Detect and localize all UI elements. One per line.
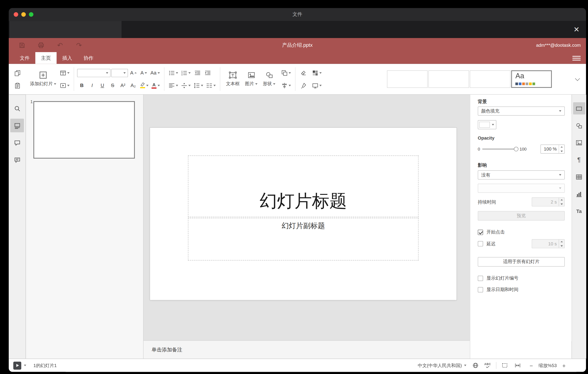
- zoom-traffic-button[interactable]: [29, 12, 33, 17]
- slide-layout-button[interactable]: [59, 68, 71, 78]
- font-color-button[interactable]: A: [150, 80, 161, 90]
- background-fill-select[interactable]: 颜色填充: [478, 107, 565, 116]
- slide-settings-button[interactable]: [573, 102, 585, 114]
- strikethrough-button[interactable]: S: [108, 80, 117, 90]
- tab-home[interactable]: 主页: [35, 52, 56, 64]
- vertical-align-button[interactable]: [180, 80, 192, 90]
- theme-tile-selected[interactable]: Aa: [511, 70, 552, 88]
- close-preview-button[interactable]: ✕: [571, 24, 582, 35]
- show-date-checkbox[interactable]: [478, 287, 483, 292]
- notes-area[interactable]: 单击添加备注: [144, 341, 470, 359]
- spin-up-button[interactable]: [559, 145, 564, 149]
- background-color-picker[interactable]: [478, 120, 496, 129]
- undo-button[interactable]: ↶: [56, 41, 64, 49]
- subscript-button[interactable]: A₂: [128, 80, 138, 90]
- align-shape-button[interactable]: [280, 80, 292, 90]
- opacity-slider[interactable]: [482, 146, 517, 152]
- chevron-down-icon[interactable]: [24, 365, 26, 366]
- slide-size-button[interactable]: [311, 80, 323, 90]
- theme-gallery-expand-button[interactable]: [572, 70, 582, 88]
- underline-button[interactable]: U: [98, 80, 107, 90]
- clear-style-button[interactable]: [298, 68, 308, 78]
- arrange-shape-button[interactable]: [280, 68, 292, 78]
- zoom-level[interactable]: 缩放%53: [536, 362, 559, 369]
- tab-insert[interactable]: 插入: [56, 52, 78, 64]
- bullet-list-button[interactable]: [168, 68, 179, 78]
- color-scheme-button[interactable]: [311, 68, 323, 78]
- slide-subtitle-placeholder[interactable]: 幻灯片副标题: [188, 218, 419, 260]
- language-select[interactable]: 中文(中华人民共和国): [418, 362, 462, 369]
- textart-settings-button[interactable]: Ta: [573, 205, 585, 217]
- opacity-slider-knob[interactable]: [514, 147, 518, 151]
- zoom-out-button[interactable]: −: [527, 361, 536, 370]
- theme-tile-1[interactable]: [387, 70, 428, 88]
- insert-shape-button[interactable]: 形状: [260, 67, 278, 91]
- spin-down-button[interactable]: [559, 149, 564, 153]
- theme-tile-3[interactable]: [470, 70, 511, 88]
- search-button[interactable]: [10, 101, 24, 115]
- columns-button[interactable]: [205, 80, 217, 90]
- decrease-font-button[interactable]: A: [139, 68, 148, 78]
- redo-button[interactable]: ↷: [75, 41, 83, 49]
- font-name-combo[interactable]: [77, 69, 111, 77]
- header-menu-button[interactable]: [572, 55, 581, 62]
- duration-input[interactable]: 2 s: [532, 197, 565, 207]
- document-language-button[interactable]: [471, 361, 480, 370]
- insert-image-button[interactable]: 图片: [242, 67, 260, 91]
- chart-settings-button[interactable]: [573, 188, 585, 200]
- paste-button[interactable]: [12, 80, 22, 90]
- image-settings-button[interactable]: [573, 136, 585, 149]
- font-size-combo[interactable]: [111, 69, 128, 77]
- apply-to-all-slides-button[interactable]: 适用于所有幻灯片: [478, 257, 565, 267]
- fit-to-slide-button[interactable]: [500, 361, 509, 370]
- effect-select[interactable]: 没有: [478, 170, 565, 180]
- spin-down-button[interactable]: [559, 244, 564, 248]
- increase-indent-button[interactable]: [203, 68, 212, 78]
- superscript-button[interactable]: A²: [118, 80, 128, 90]
- feedback-button[interactable]: [10, 153, 24, 166]
- start-slideshow-button[interactable]: [59, 80, 71, 90]
- increase-font-button[interactable]: A: [129, 68, 138, 78]
- add-slide-button[interactable]: 添加幻灯片: [27, 67, 59, 91]
- preview-button[interactable]: 预览: [478, 211, 565, 221]
- opacity-input[interactable]: 100 %: [540, 144, 565, 154]
- delay-checkbox[interactable]: [478, 241, 483, 246]
- spin-up-button[interactable]: [559, 198, 564, 202]
- fit-to-width-button[interactable]: [513, 361, 522, 370]
- delay-input[interactable]: 10 s: [532, 239, 565, 248]
- spell-check-button[interactable]: ABC: [483, 361, 492, 370]
- line-spacing-button[interactable]: [193, 80, 204, 90]
- copy-style-button[interactable]: [298, 80, 308, 90]
- zoom-in-button[interactable]: +: [559, 361, 568, 370]
- table-settings-button[interactable]: [573, 171, 585, 183]
- theme-tile-2[interactable]: [429, 70, 469, 88]
- spin-down-button[interactable]: [559, 202, 564, 206]
- paragraph-settings-button[interactable]: ¶: [573, 154, 585, 166]
- save-button[interactable]: [18, 41, 26, 49]
- slide-editor[interactable]: 幻灯片标题 幻灯片副标题: [150, 128, 457, 300]
- tab-collaborate[interactable]: 协作: [78, 52, 99, 64]
- show-slide-number-checkbox[interactable]: [478, 275, 483, 281]
- highlight-color-button[interactable]: [139, 80, 150, 90]
- italic-button[interactable]: I: [87, 80, 97, 90]
- print-button[interactable]: [37, 41, 45, 49]
- numbered-list-button[interactable]: [180, 68, 192, 78]
- horizontal-align-button[interactable]: [168, 80, 179, 90]
- close-traffic-button[interactable]: [14, 12, 18, 17]
- slides-panel-button[interactable]: [10, 119, 24, 132]
- start-preview-button[interactable]: [13, 362, 21, 370]
- copy-button[interactable]: [12, 68, 22, 78]
- comments-button[interactable]: [10, 136, 24, 149]
- shape-settings-button[interactable]: [573, 120, 585, 132]
- spin-up-button[interactable]: [559, 240, 564, 244]
- change-case-button[interactable]: Aa: [149, 68, 161, 78]
- slide-thumbnail-1[interactable]: [33, 101, 135, 159]
- decrease-indent-button[interactable]: [193, 68, 202, 78]
- slide-title-placeholder[interactable]: 幻灯片标题: [188, 155, 419, 217]
- tab-file[interactable]: 文件: [14, 52, 35, 64]
- start-on-click-checkbox[interactable]: [478, 230, 483, 235]
- bold-button[interactable]: B: [77, 80, 87, 90]
- insert-textbox-button[interactable]: 文本框: [223, 67, 242, 91]
- effect-type-select[interactable]: [478, 184, 565, 193]
- minimize-traffic-button[interactable]: [21, 12, 26, 17]
